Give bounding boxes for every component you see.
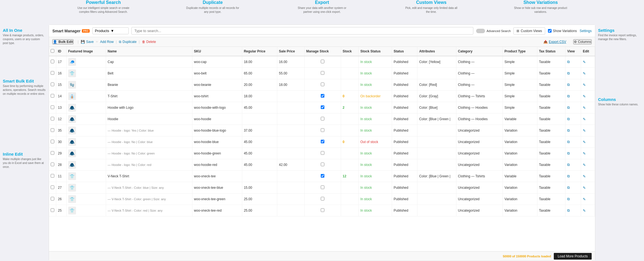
cell-regular-price[interactable]: 18.00 <box>242 56 277 68</box>
cell-stock[interactable] <box>341 194 359 205</box>
cell-name[interactable]: Hoodie <box>106 113 192 125</box>
cell-sale-price[interactable] <box>277 171 304 182</box>
manage-stock-checkbox[interactable] <box>321 94 324 98</box>
cell-name[interactable]: Belt <box>106 68 192 79</box>
manage-stock-checkbox[interactable] <box>321 71 324 75</box>
cell-regular-price[interactable]: 20.00 <box>242 79 277 91</box>
edit-icon[interactable]: ✎ <box>583 174 586 178</box>
edit-icon[interactable]: ✎ <box>583 129 586 133</box>
cell-edit[interactable]: ✎ <box>581 136 595 148</box>
cell-edit[interactable]: ✎ <box>581 113 595 125</box>
cell-stock[interactable] <box>341 205 359 216</box>
row-checkbox[interactable] <box>51 208 54 212</box>
edit-icon[interactable]: ✎ <box>583 83 586 87</box>
cell-manage-stock[interactable] <box>304 125 341 136</box>
row-checkbox[interactable] <box>51 128 54 132</box>
manage-stock-checkbox[interactable] <box>321 208 324 212</box>
cell-edit[interactable]: ✎ <box>581 102 595 113</box>
manage-stock-checkbox[interactable] <box>321 185 324 189</box>
manage-stock-checkbox[interactable] <box>321 174 324 178</box>
cell-view[interactable]: ⧉ <box>565 159 581 171</box>
row-checkbox[interactable] <box>51 140 54 143</box>
cell-regular-price[interactable]: 25.00 <box>242 194 277 205</box>
row-checkbox[interactable] <box>51 105 54 109</box>
settings-link[interactable]: Settings <box>580 29 592 33</box>
cell-edit[interactable]: ✎ <box>581 68 595 79</box>
view-icon[interactable]: ⧉ <box>567 151 570 155</box>
cell-manage-stock[interactable] <box>304 136 341 148</box>
row-checkbox-cell[interactable] <box>49 136 56 148</box>
cell-name[interactable]: — V-Neck T-Shirt - Color: blue | Size: a… <box>106 182 192 194</box>
cell-view[interactable]: ⧉ <box>565 102 581 113</box>
cell-edit[interactable]: ✎ <box>581 182 595 194</box>
cell-manage-stock[interactable] <box>304 79 341 91</box>
cell-manage-stock[interactable] <box>304 205 341 216</box>
view-icon[interactable]: ⧉ <box>567 83 570 87</box>
edit-icon[interactable]: ✎ <box>583 71 586 76</box>
cell-regular-price[interactable]: 37.00 <box>242 125 277 136</box>
manage-stock-checkbox[interactable] <box>321 140 324 143</box>
row-checkbox-cell[interactable] <box>49 148 56 159</box>
view-icon[interactable]: ⧉ <box>567 197 570 201</box>
export-csv-button[interactable]: 📤 Export CSV <box>543 40 566 44</box>
cell-sale-price[interactable]: 16.00 <box>277 56 304 68</box>
custom-views-button[interactable]: ⊞ Custom Views <box>513 27 545 35</box>
row-checkbox[interactable] <box>51 185 54 189</box>
cell-manage-stock[interactable] <box>304 56 341 68</box>
cell-sale-price[interactable]: 18.00 <box>277 79 304 91</box>
select-all-header[interactable] <box>49 47 56 56</box>
cell-name[interactable]: Hoodie with Logo <box>106 102 192 113</box>
cell-sale-price[interactable] <box>277 194 304 205</box>
cell-sku[interactable]: woo-beanie <box>192 79 242 91</box>
manage-stock-checkbox[interactable] <box>321 163 324 166</box>
load-more-button[interactable]: Load More Products <box>554 253 592 260</box>
cell-sale-price[interactable]: 55.00 <box>277 68 304 79</box>
cell-stock[interactable] <box>341 125 359 136</box>
manage-stock-checkbox[interactable] <box>321 83 324 86</box>
cell-manage-stock[interactable] <box>304 159 341 171</box>
row-checkbox[interactable] <box>51 60 54 63</box>
cell-manage-stock[interactable] <box>304 148 341 159</box>
manage-stock-checkbox[interactable] <box>321 197 324 200</box>
cell-manage-stock[interactable] <box>304 102 341 113</box>
view-icon[interactable]: ⧉ <box>567 208 570 212</box>
select-all-checkbox[interactable] <box>51 49 54 53</box>
cell-name[interactable]: Cap <box>106 56 192 68</box>
row-checkbox-cell[interactable] <box>49 159 56 171</box>
cell-name[interactable]: V-Neck T-Shirt <box>106 171 192 182</box>
edit-icon[interactable]: ✎ <box>583 140 586 144</box>
search-input[interactable] <box>131 27 474 35</box>
edit-icon[interactable]: ✎ <box>583 60 586 64</box>
manage-stock-checkbox[interactable] <box>321 128 324 132</box>
cell-sale-price[interactable] <box>277 136 304 148</box>
cell-regular-price[interactable]: 18.00 <box>242 91 277 102</box>
view-icon[interactable]: ⧉ <box>567 71 570 75</box>
row-checkbox-cell[interactable] <box>49 171 56 182</box>
cell-stock[interactable]: 0 <box>341 136 359 148</box>
cell-view[interactable]: ⧉ <box>565 125 581 136</box>
edit-icon[interactable]: ✎ <box>583 94 586 98</box>
columns-button[interactable]: ⚙ Columns <box>573 39 592 44</box>
edit-icon[interactable]: ✎ <box>583 117 586 121</box>
edit-icon[interactable]: ✎ <box>583 151 586 156</box>
row-checkbox-cell[interactable] <box>49 125 56 136</box>
cell-sale-price[interactable] <box>277 148 304 159</box>
edit-icon[interactable]: ✎ <box>583 163 586 167</box>
cell-sku[interactable]: woo-belt <box>192 68 242 79</box>
cell-view[interactable]: ⧉ <box>565 68 581 79</box>
cell-stock[interactable]: 2 <box>341 102 359 113</box>
cell-view[interactable]: ⧉ <box>565 136 581 148</box>
cell-sku[interactable]: woo-hoodie-green <box>192 148 242 159</box>
cell-sku[interactable]: woo-hoodie-blue <box>192 136 242 148</box>
edit-icon[interactable]: ✎ <box>583 106 586 110</box>
cell-name[interactable]: — Hoodie - logo: No | Color: red <box>106 159 192 171</box>
view-icon[interactable]: ⧉ <box>567 128 570 132</box>
cell-edit[interactable]: ✎ <box>581 148 595 159</box>
product-selector[interactable]: Products ▼ <box>92 27 129 34</box>
cell-regular-price[interactable]: 15.00 <box>242 182 277 194</box>
manage-stock-checkbox[interactable] <box>321 151 324 155</box>
view-icon[interactable]: ⧉ <box>567 140 570 144</box>
delete-button[interactable]: 🗑 Delete <box>142 40 156 44</box>
cell-view[interactable]: ⧉ <box>565 113 581 125</box>
edit-icon[interactable]: ✎ <box>583 186 586 190</box>
